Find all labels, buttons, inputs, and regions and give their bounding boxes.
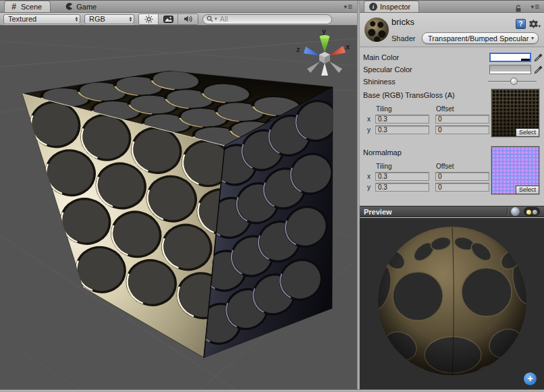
grid-icon: #	[9, 3, 18, 11]
shininess-label: Shininess	[363, 78, 488, 86]
tiling-header: Tiling	[376, 105, 436, 113]
scene-toggle-group	[138, 13, 198, 25]
lighting-toggle-button[interactable]	[139, 14, 159, 24]
divider	[507, 207, 508, 216]
color-mode-dropdown[interactable]: RGB ▴▾	[84, 14, 134, 24]
preview-panel: Preview	[360, 206, 544, 389]
normal-offset-x-input[interactable]	[435, 172, 489, 181]
specular-color-swatch[interactable]	[489, 65, 531, 74]
add-button[interactable]: +	[524, 372, 537, 385]
main-color-row: Main Color	[360, 51, 544, 63]
offset-header: Offset	[436, 105, 454, 113]
normalmap-table: Tiling Offset x y	[367, 162, 495, 192]
tab-scene-label: Scene	[21, 3, 42, 11]
scene-tabbar: # Scene Game ▾≡	[0, 1, 357, 13]
specular-color-row: Specular Color	[360, 63, 544, 76]
base-offset-x-input[interactable]	[435, 115, 489, 123]
gizmo-z-label: z	[296, 45, 300, 53]
material-name: bricks	[391, 17, 414, 27]
preview-mesh-button[interactable]	[511, 207, 520, 216]
preview-render-area[interactable]: +	[360, 218, 544, 389]
normalmap-thumbnail[interactable]: Select	[491, 146, 539, 194]
tab-game[interactable]: Game	[60, 1, 105, 12]
scene-viewport[interactable]: y x z	[0, 26, 357, 389]
base-select-button[interactable]: Select	[516, 128, 539, 137]
shininess-row: Shininess	[360, 76, 544, 88]
scene-axis-gizmo[interactable]: y x z	[296, 27, 350, 76]
material-preview-ball-icon	[364, 18, 389, 42]
eyedropper-icon[interactable]	[533, 53, 543, 63]
scene-toolbar: Textured ▴▾ RGB ▴▾	[0, 13, 357, 26]
main-color-swatch[interactable]	[489, 53, 531, 62]
skybox-toggle-button[interactable]	[159, 14, 178, 24]
texture-slot-normalmap: Normalmap Tiling Offset x y	[360, 148, 544, 198]
shininess-slider[interactable]	[488, 77, 537, 86]
y-axis-label: y	[367, 126, 375, 134]
material-properties: Main Color Specular Color	[360, 47, 544, 88]
window-bottom-edge	[0, 389, 544, 392]
search-input[interactable]	[219, 14, 327, 24]
offset-header: Offset	[436, 163, 454, 170]
base-map-table: Tiling Offset x y	[367, 105, 495, 135]
chevron-down-icon: ▾	[531, 35, 534, 41]
base-tiling-x-input[interactable]	[375, 115, 429, 123]
shader-dropdown[interactable]: Transparent/Bumped Specular ▾	[422, 32, 539, 44]
sun-icon	[144, 15, 153, 24]
preview-lighting-toggle[interactable]	[524, 207, 540, 216]
gizmo-y-cone[interactable]	[320, 36, 330, 53]
inspector-tabbar: i Inspector ▾≡	[360, 1, 544, 13]
gizmo-y-label: y	[322, 27, 327, 35]
y-axis-label: y	[367, 184, 375, 191]
material-header: bricks Shader Transparent/Bumped Specula…	[360, 13, 544, 47]
base-offset-y-input[interactable]	[435, 125, 489, 134]
chevron-down-icon: ▾	[538, 24, 541, 29]
dropdown-arrows-icon: ▴▾	[130, 16, 132, 22]
gizmo-x-cone[interactable]	[329, 46, 346, 56]
normal-tiling-y-input[interactable]	[375, 183, 429, 192]
base-texture-thumbnail[interactable]: Select	[491, 89, 539, 137]
normalmap-select-button[interactable]: Select	[516, 186, 539, 194]
tab-inspector[interactable]: i Inspector	[364, 1, 419, 12]
gizmo-x-label: x	[346, 43, 350, 51]
shininess-thumb[interactable]	[510, 78, 518, 85]
tab-scene[interactable]: # Scene	[4, 1, 51, 12]
render-mode-value: Textured	[8, 15, 36, 23]
context-menu-gear[interactable]: ▾	[528, 19, 541, 29]
search-icon	[207, 13, 213, 25]
eyedropper-icon[interactable]	[533, 65, 543, 75]
preview-title: Preview	[364, 208, 392, 216]
image-icon	[163, 16, 173, 23]
preview-header[interactable]: Preview	[360, 206, 544, 217]
tab-inspector-label: Inspector	[380, 3, 410, 11]
unity-game-icon	[65, 2, 74, 11]
tab-game-label: Game	[76, 3, 97, 11]
gizmo-z-cone[interactable]	[304, 47, 321, 56]
x-axis-label: x	[367, 173, 375, 180]
shader-value: Transparent/Bumped Specular	[428, 34, 528, 43]
tiling-header: Tiling	[376, 163, 436, 170]
specular-color-label: Specular Color	[363, 65, 489, 74]
scene-search-field[interactable]: ▾	[202, 14, 332, 24]
normal-offset-y-input[interactable]	[435, 183, 489, 192]
base-tiling-y-input[interactable]	[375, 125, 429, 134]
render-mode-dropdown[interactable]: Textured ▴▾	[3, 14, 80, 24]
texture-slot-base: Base (RGB) TransGloss (A) Tiling Offset …	[360, 90, 544, 140]
inspector-panel-menu-icon[interactable]: ▾≡	[531, 4, 539, 10]
inspector-panel: i Inspector ▾≡ bricks Shader Transparent…	[360, 1, 544, 389]
help-icon[interactable]: ?	[516, 19, 526, 29]
unity-editor-window: # Scene Game ▾≡ Textured ▴▾ RGB ▴▾	[0, 0, 544, 392]
color-mode-value: RGB	[89, 15, 105, 23]
normal-tiling-x-input[interactable]	[375, 172, 429, 181]
gear-icon	[528, 19, 539, 29]
main-color-label: Main Color	[363, 53, 489, 61]
scene-panel: # Scene Game ▾≡ Textured ▴▾ RGB ▴▾	[0, 1, 357, 389]
scene-3d-render: y x z	[0, 26, 357, 389]
scene-panel-menu-icon[interactable]: ▾≡	[344, 4, 352, 10]
light-on-icon	[526, 210, 531, 215]
audio-toggle-button[interactable]	[178, 14, 198, 24]
dropdown-arrows-icon: ▴▾	[76, 16, 78, 22]
info-icon: i	[369, 3, 377, 11]
shader-label: Shader	[391, 34, 415, 43]
speaker-icon	[184, 15, 193, 23]
cube-object	[22, 69, 352, 358]
